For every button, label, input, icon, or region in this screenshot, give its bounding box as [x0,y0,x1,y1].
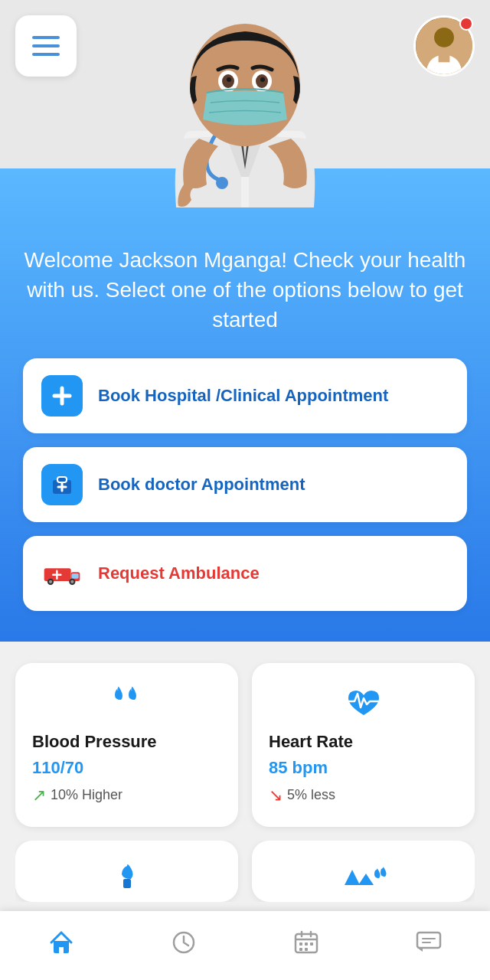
blood-pressure-icon [32,684,221,723]
heart-rate-icon [269,684,458,723]
welcome-section: Welcome Jackson Mganga! Check your healt… [0,168,490,642]
svg-rect-20 [72,573,79,579]
header [0,0,490,168]
menu-line-2 [32,44,60,47]
svg-rect-32 [305,948,308,951]
blood-pressure-card[interactable]: Blood Pressure 110/70 ↗ 10% Higher [15,663,238,827]
svg-point-11 [434,28,454,47]
blood-pressure-trend-text: 10% Higher [51,787,122,803]
menu-line-1 [32,36,60,39]
doctor-character [142,0,348,211]
nav-home[interactable] [32,921,90,970]
heart-rate-value: 85 bpm [269,758,328,778]
user-avatar-container[interactable] [413,15,475,77]
home-icon [47,929,75,962]
health-section: Blood Pressure 110/70 ↗ 10% Higher Heart… [0,642,490,937]
svg-point-2 [216,177,228,189]
svg-point-9 [260,77,265,82]
doctor-icon [41,464,83,505]
svg-point-8 [227,77,231,82]
blood-pressure-title: Blood Pressure [32,732,157,752]
svg-rect-30 [310,942,313,946]
svg-rect-28 [299,942,302,946]
book-hospital-label: Book Hospital /Clinical Appointment [98,386,388,406]
welcome-text: Welcome Jackson Mganga! Check your healt… [23,245,467,335]
trend-down-icon: ↘ [269,786,283,805]
book-hospital-button[interactable]: Book Hospital /Clinical Appointment [23,358,467,433]
ambulance-icon [41,553,83,594]
book-doctor-button[interactable]: Book doctor Appointment [23,447,467,522]
menu-line-3 [32,53,60,56]
nav-calendar[interactable] [277,921,335,970]
svg-rect-25 [123,879,131,888]
heart-rate-trend: ↘ 5% less [269,786,335,805]
svg-point-3 [190,24,300,146]
heart-rate-card[interactable]: Heart Rate 85 bpm ↘ 5% less [252,663,475,827]
menu-button[interactable] [15,15,77,77]
nav-history[interactable] [155,921,213,970]
notification-dot [459,17,473,31]
heart-rate-title: Heart Rate [269,732,353,752]
partial-card-right [252,841,475,902]
calendar-icon [292,929,320,962]
health-cards-row: Blood Pressure 110/70 ↗ 10% Higher Heart… [15,663,475,827]
svg-rect-33 [417,933,440,948]
ambulance-label: Request Ambulance [98,564,260,583]
svg-point-22 [49,580,52,583]
svg-rect-12 [439,51,450,62]
hospital-icon [41,375,83,416]
trend-up-icon: ↗ [32,786,46,805]
partial-card-left [15,841,238,902]
nav-messages[interactable] [400,921,458,970]
history-icon [170,929,198,962]
bottom-navigation [0,911,490,980]
svg-point-24 [70,580,74,583]
messages-icon [415,929,443,962]
book-doctor-label: Book doctor Appointment [98,475,305,495]
partial-cards-row [15,841,475,902]
svg-rect-31 [299,948,302,951]
svg-rect-29 [305,942,308,946]
request-ambulance-button[interactable]: Request Ambulance [23,536,467,611]
blood-pressure-trend: ↗ 10% Higher [32,786,122,805]
blood-pressure-value: 110/70 [32,758,83,778]
heart-rate-trend-text: 5% less [287,787,335,803]
